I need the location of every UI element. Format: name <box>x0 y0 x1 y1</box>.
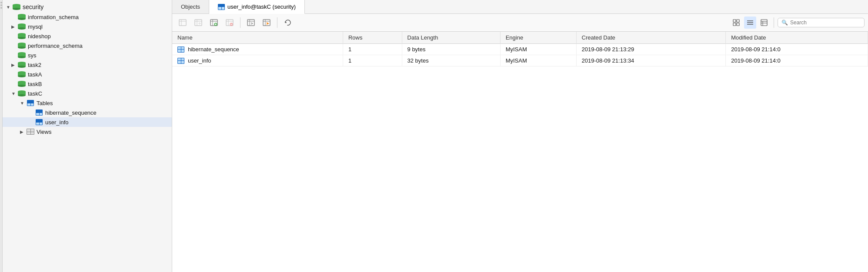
cell-name: user_info <box>172 55 343 66</box>
sidebar-label: performance_schema <box>28 43 83 49</box>
search-icon: 🔍 <box>781 20 788 26</box>
sidebar-item-taskB[interactable]: taskB <box>3 79 172 89</box>
svg-rect-3 <box>195 20 202 26</box>
open-table-button[interactable] <box>244 17 258 29</box>
sidebar-item-hibernate_sequence[interactable]: hibernate_sequence <box>3 108 172 117</box>
db-icon <box>17 33 26 40</box>
db-icon <box>17 52 26 59</box>
row-table-icon <box>177 58 184 64</box>
sidebar-item-views-folder[interactable]: ▶ Views <box>3 127 172 136</box>
svg-rect-25 <box>733 23 736 26</box>
cell-created-date: 2019-08-09 21:13:29 <box>576 44 726 55</box>
accent-dot <box>0 2 2 3</box>
sidebar-item-information_schema[interactable]: information_schema <box>3 12 172 22</box>
col-modified-date: Modified Date <box>726 32 868 44</box>
db-icon <box>17 61 26 68</box>
table-row[interactable]: user_info 1 32 bytes MyISAM 2019-08-09 2… <box>172 55 868 66</box>
table-row[interactable]: hibernate_sequence 1 9 bytes MyISAM 2019… <box>172 44 868 55</box>
data-table-container: Name Rows Data Length Engine Created Dat… <box>172 32 868 272</box>
toolbar-separator-3 <box>774 17 774 28</box>
search-input[interactable] <box>790 20 861 26</box>
sidebar-item-task2[interactable]: ▶ task2 <box>3 60 172 70</box>
sidebar-item-mysql[interactable]: ▶ mysql <box>3 22 172 31</box>
sidebar-label: taskC <box>28 90 42 97</box>
col-rows: Rows <box>343 32 402 44</box>
table-icon <box>35 119 43 126</box>
table-view-button[interactable] <box>176 17 190 29</box>
detail-view-button[interactable] <box>758 17 770 29</box>
arrow-right-icon: ▶ <box>20 129 26 134</box>
drop-table-button[interactable] <box>223 17 237 29</box>
cell-data-length: 9 bytes <box>402 44 500 55</box>
toolbar-separator <box>240 17 240 28</box>
db-icon <box>17 42 26 49</box>
add-table-button[interactable] <box>207 17 221 29</box>
security-db-icon <box>12 3 21 10</box>
edit-table-button[interactable] <box>191 17 205 29</box>
db-icon <box>17 80 26 87</box>
sidebar-label: user_info <box>45 119 68 126</box>
sidebar-item-tables-folder[interactable]: ▼ Tables <box>3 98 172 108</box>
sidebar-item-user_info[interactable]: user_info <box>3 117 172 127</box>
sidebar-item-nideshop[interactable]: nideshop <box>3 31 172 41</box>
accent-dot <box>0 7 2 9</box>
col-engine: Engine <box>500 32 576 44</box>
col-name: Name <box>172 32 343 44</box>
refresh-button[interactable] <box>281 17 295 29</box>
tab-bar: Objects user_info@taskC (security) <box>172 0 868 14</box>
cell-rows: 1 <box>343 44 402 55</box>
cell-engine: MyISAM <box>500 44 576 55</box>
sidebar-label: taskA <box>28 71 42 78</box>
sidebar: ▼ security information_schema ▶ mysql <box>3 0 172 272</box>
sidebar-label: Tables <box>37 100 53 106</box>
sidebar-label: taskB <box>28 81 42 87</box>
sidebar-label: mysql <box>28 23 43 30</box>
objects-table: Name Rows Data Length Engine Created Dat… <box>172 32 868 66</box>
sidebar-label: nideshop <box>28 33 51 40</box>
grid-view-button[interactable] <box>730 17 742 29</box>
cell-data-length: 32 bytes <box>402 55 500 66</box>
cell-name: hibernate_sequence <box>172 44 343 55</box>
sidebar-item-taskC[interactable]: ▼ taskC <box>3 89 172 98</box>
sidebar-item-taskA[interactable]: taskA <box>3 70 172 79</box>
db-icon <box>17 71 26 78</box>
tab-objects[interactable]: Objects <box>172 0 209 13</box>
col-created-date: Created Date <box>576 32 726 44</box>
sidebar-label: Views <box>37 129 51 135</box>
arrow-placeholder <box>11 34 17 39</box>
tab-user_info[interactable]: user_info@taskC (security) <box>209 0 305 14</box>
sidebar-item-performance_schema[interactable]: performance_schema <box>3 41 172 50</box>
arrow-placeholder <box>11 53 17 58</box>
sidebar-label: task2 <box>28 62 41 68</box>
arrow-placeholder <box>11 43 17 48</box>
arrow-down-icon: ▼ <box>6 5 12 10</box>
views-folder-icon <box>26 128 35 135</box>
run-sql-button[interactable] <box>260 17 274 29</box>
sidebar-label: hibernate_sequence <box>45 109 97 116</box>
search-box: 🔍 <box>778 18 865 27</box>
arrow-right-icon: ▶ <box>11 24 17 29</box>
cell-rows: 1 <box>343 55 402 66</box>
toolbar: 🔍 <box>172 14 868 32</box>
arrow-placeholder <box>11 82 17 86</box>
svg-rect-30 <box>761 20 767 26</box>
arrow-placeholder <box>11 15 17 20</box>
cell-engine: MyISAM <box>500 55 576 66</box>
tab-objects-label: Objects <box>181 3 200 10</box>
sidebar-label: information_schema <box>28 14 79 20</box>
svg-rect-26 <box>737 23 739 26</box>
sidebar-label: sys <box>28 52 37 59</box>
main-content: Objects user_info@taskC (security) <box>172 0 868 272</box>
db-icon <box>17 23 26 30</box>
sidebar-item-sys[interactable]: sys <box>3 50 172 60</box>
table-icon <box>35 109 43 116</box>
arrow-placeholder <box>29 120 35 125</box>
arrow-placeholder <box>29 110 35 115</box>
sidebar-root-security[interactable]: ▼ security <box>3 2 172 12</box>
cell-modified-date: 2019-08-09 21:14:0 <box>726 55 868 66</box>
arrow-placeholder <box>11 72 17 77</box>
accent-dot <box>0 4 2 6</box>
tables-folder-icon <box>26 100 35 106</box>
list-view-button[interactable] <box>744 17 756 29</box>
arrow-down-icon: ▼ <box>11 91 17 96</box>
